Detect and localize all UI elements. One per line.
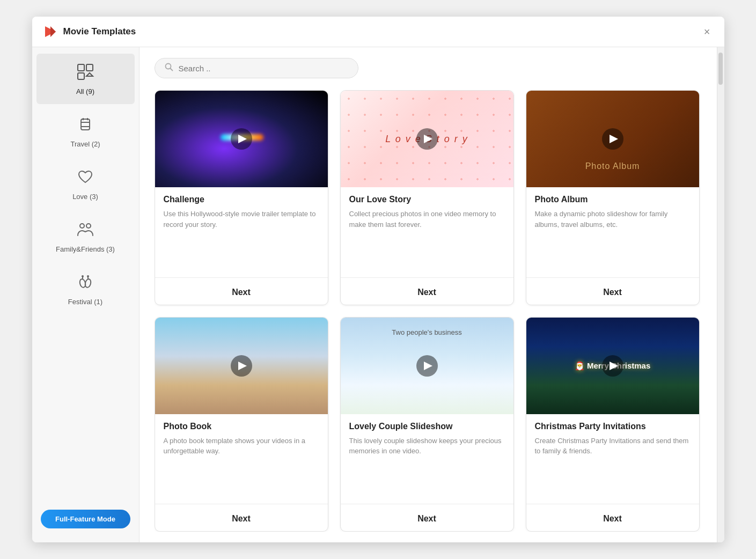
sidebar-item-all[interactable]: All (9) bbox=[36, 54, 135, 104]
sidebar-item-family-label: Family&Friends (3) bbox=[56, 245, 115, 253]
play-button-lovestory[interactable] bbox=[416, 128, 438, 150]
card-thumbnail-couple bbox=[341, 318, 513, 414]
search-input[interactable] bbox=[179, 64, 348, 73]
sidebar-item-love-label: Love (3) bbox=[72, 193, 98, 201]
card-thumbnail-challenge bbox=[155, 91, 328, 187]
card-body-couple: Lovely Couple Slideshow This lovely coup… bbox=[341, 414, 513, 497]
card-title-lovestory: Our Love Story bbox=[349, 195, 505, 204]
svg-rect-4 bbox=[78, 73, 84, 79]
card-lovestory: Our Love Story Collect precious photos i… bbox=[340, 90, 514, 305]
next-button-lovestory[interactable]: Next bbox=[407, 285, 447, 299]
sidebar-item-family[interactable]: Family&Friends (3) bbox=[36, 211, 135, 262]
card-body-challenge: Challenge Use this Hollywood-style movie… bbox=[155, 187, 328, 270]
family-icon bbox=[76, 220, 95, 242]
card-body-photoalbum: Photo Album Make a dynamic photo slidesh… bbox=[526, 187, 699, 270]
app-logo-icon bbox=[43, 24, 58, 39]
card-body-christmas: Christmas Party Invitations Create Chris… bbox=[526, 414, 699, 497]
card-title-challenge: Challenge bbox=[164, 195, 319, 204]
card-body-photobook: Photo Book A photo book template shows y… bbox=[155, 414, 328, 497]
title-bar: Movie Templates × bbox=[32, 17, 724, 47]
card-footer-photoalbum: Next bbox=[526, 277, 699, 305]
card-christmas: Christmas Party Invitations Create Chris… bbox=[526, 317, 700, 532]
festival-icon bbox=[76, 273, 95, 295]
next-button-challenge[interactable]: Next bbox=[221, 285, 261, 299]
card-challenge: Challenge Use this Hollywood-style movie… bbox=[155, 90, 328, 305]
all-icon bbox=[76, 62, 95, 84]
svg-rect-2 bbox=[78, 64, 84, 71]
sidebar-item-love[interactable]: Love (3) bbox=[36, 159, 135, 209]
card-footer-couple: Next bbox=[341, 504, 513, 531]
svg-point-13 bbox=[84, 278, 92, 288]
card-photobook: Photo Book A photo book template shows y… bbox=[155, 317, 328, 532]
close-button[interactable]: × bbox=[701, 25, 714, 38]
card-footer-challenge: Next bbox=[155, 277, 328, 305]
card-desc-photoalbum: Make a dynamic photo slideshow for famil… bbox=[535, 209, 691, 230]
card-title-photoalbum: Photo Album bbox=[535, 195, 691, 204]
next-button-photobook[interactable]: Next bbox=[221, 512, 261, 526]
play-button-photoalbum[interactable] bbox=[602, 128, 623, 150]
card-thumbnail-photobook bbox=[155, 318, 328, 414]
card-thumbnail-photoalbum bbox=[526, 91, 699, 187]
play-button-christmas[interactable] bbox=[602, 355, 623, 377]
title-bar-left: Movie Templates bbox=[43, 24, 136, 39]
full-feature-button[interactable]: Full-Feature Mode bbox=[41, 510, 130, 528]
body: All (9) Travel (2) bbox=[32, 47, 724, 542]
sidebar: All (9) Travel (2) bbox=[32, 47, 140, 542]
svg-point-17 bbox=[87, 275, 89, 277]
svg-line-19 bbox=[170, 69, 172, 71]
sidebar-item-travel-label: Travel (2) bbox=[70, 140, 100, 148]
card-title-photobook: Photo Book bbox=[164, 422, 319, 431]
scrollbar[interactable] bbox=[717, 47, 724, 542]
card-footer-lovestory: Next bbox=[341, 277, 513, 305]
search-bar bbox=[155, 58, 358, 78]
card-thumbnail-christmas bbox=[526, 318, 699, 414]
sidebar-item-all-label: All (9) bbox=[76, 87, 94, 95]
svg-point-10 bbox=[80, 224, 84, 228]
card-desc-couple: This lovely couple slideshow keeps your … bbox=[349, 436, 505, 457]
sidebar-item-festival[interactable]: Festival (1) bbox=[36, 264, 135, 314]
card-desc-photobook: A photo book template shows your videos … bbox=[164, 436, 319, 457]
sidebar-item-travel[interactable]: Travel (2) bbox=[36, 106, 135, 157]
svg-point-16 bbox=[82, 275, 84, 277]
next-button-christmas[interactable]: Next bbox=[592, 512, 633, 526]
svg-point-11 bbox=[86, 224, 91, 228]
love-icon bbox=[76, 167, 95, 189]
search-icon bbox=[165, 63, 173, 73]
play-button-challenge[interactable] bbox=[231, 128, 252, 150]
card-couple: Lovely Couple Slideshow This lovely coup… bbox=[340, 317, 514, 532]
card-desc-lovestory: Collect precious photos in one video mem… bbox=[349, 209, 505, 230]
next-button-couple[interactable]: Next bbox=[407, 512, 447, 526]
sidebar-item-festival-label: Festival (1) bbox=[68, 298, 102, 306]
card-footer-photobook: Next bbox=[155, 504, 328, 531]
svg-rect-5 bbox=[81, 119, 90, 130]
play-button-couple[interactable] bbox=[416, 355, 438, 377]
play-button-photobook[interactable] bbox=[231, 355, 252, 377]
svg-rect-3 bbox=[86, 64, 93, 71]
movie-templates-window: Movie Templates × All (9) bbox=[32, 17, 724, 542]
card-desc-christmas: Create Christmas Party Invitations and s… bbox=[535, 436, 691, 457]
main-content: Challenge Use this Hollywood-style movie… bbox=[140, 47, 717, 542]
card-photoalbum: Photo Album Make a dynamic photo slidesh… bbox=[526, 90, 700, 305]
card-thumbnail-lovestory bbox=[341, 91, 513, 187]
card-title-couple: Lovely Couple Slideshow bbox=[349, 422, 505, 431]
svg-marker-1 bbox=[50, 26, 56, 37]
card-title-christmas: Christmas Party Invitations bbox=[535, 422, 691, 431]
card-desc-challenge: Use this Hollywood-style movie trailer t… bbox=[164, 209, 319, 230]
card-body-lovestory: Our Love Story Collect precious photos i… bbox=[341, 187, 513, 270]
window-title: Movie Templates bbox=[63, 26, 136, 37]
card-footer-christmas: Next bbox=[526, 504, 699, 531]
next-button-photoalbum[interactable]: Next bbox=[592, 285, 633, 299]
travel-icon bbox=[76, 115, 95, 137]
cards-grid: Challenge Use this Hollywood-style movie… bbox=[155, 90, 702, 532]
